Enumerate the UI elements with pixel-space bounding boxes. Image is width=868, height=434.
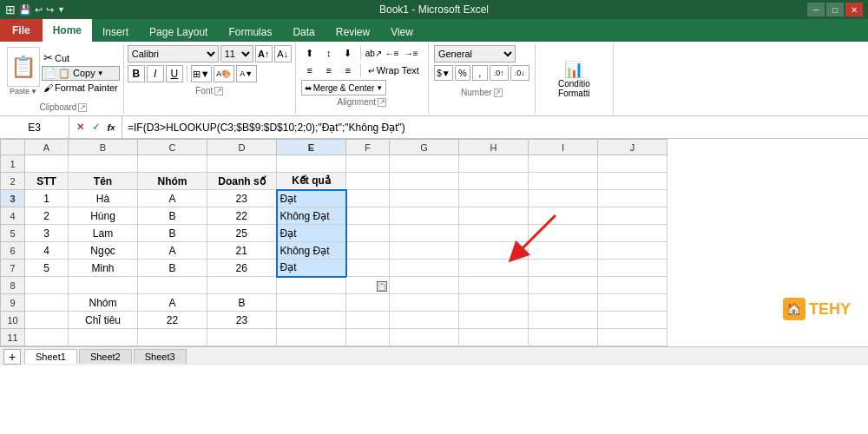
align-left-btn[interactable]: ≡ bbox=[301, 62, 319, 78]
align-right-btn[interactable]: ≡ bbox=[339, 62, 357, 78]
row-num-4[interactable]: 4 bbox=[1, 207, 25, 225]
cell-j2[interactable] bbox=[598, 173, 667, 190]
text-angle-btn[interactable]: ab↗ bbox=[365, 45, 382, 61]
align-bottom-btn[interactable]: ⬇ bbox=[339, 45, 357, 61]
cell-j7[interactable] bbox=[598, 260, 667, 277]
tab-file[interactable]: File bbox=[0, 19, 43, 42]
qat-redo[interactable]: ↪ bbox=[46, 4, 54, 16]
cut-button[interactable]: ✂Cut bbox=[42, 50, 120, 65]
cell-i5[interactable] bbox=[529, 225, 598, 242]
cell-f4[interactable] bbox=[346, 207, 390, 225]
cell-e3[interactable]: Đạt bbox=[277, 190, 346, 207]
name-box[interactable] bbox=[0, 116, 69, 138]
paste-button[interactable]: 📋 bbox=[7, 47, 40, 87]
cell-h10[interactable] bbox=[459, 312, 529, 329]
cell-c9[interactable]: A bbox=[138, 294, 207, 312]
cell-c3[interactable]: A bbox=[138, 190, 207, 207]
cell-g4[interactable] bbox=[390, 207, 459, 225]
cell-e11[interactable] bbox=[277, 329, 346, 346]
cell-i3[interactable] bbox=[529, 190, 598, 207]
cell-e7[interactable]: Đạt bbox=[277, 260, 346, 277]
autofill-icon[interactable]: 📋 bbox=[377, 281, 387, 292]
formula-input[interactable] bbox=[122, 122, 868, 134]
cell-e10[interactable] bbox=[277, 312, 346, 329]
cell-d1[interactable] bbox=[207, 155, 277, 173]
row-num-10[interactable]: 10 bbox=[1, 312, 25, 329]
cell-h11[interactable] bbox=[459, 329, 529, 346]
cell-g7[interactable] bbox=[390, 260, 459, 277]
cell-f1[interactable] bbox=[346, 155, 390, 173]
cell-f11[interactable] bbox=[346, 329, 390, 346]
tab-formulas[interactable]: Formulas bbox=[218, 23, 282, 42]
indent-increase-btn[interactable]: →≡ bbox=[403, 45, 420, 61]
cell-i11[interactable] bbox=[529, 329, 598, 346]
cell-h3[interactable] bbox=[459, 190, 529, 207]
cell-h6[interactable] bbox=[459, 242, 529, 260]
cell-c1[interactable] bbox=[138, 155, 207, 173]
cell-d3[interactable]: 23 bbox=[207, 190, 277, 207]
cell-e2[interactable]: Kết quả bbox=[277, 173, 346, 190]
row-num-7[interactable]: 7 bbox=[1, 260, 25, 277]
cell-i2[interactable] bbox=[529, 173, 598, 190]
cell-a6[interactable]: 4 bbox=[25, 242, 69, 260]
cell-b6[interactable]: Ngọc bbox=[69, 242, 138, 260]
cell-g9[interactable] bbox=[390, 294, 459, 312]
comma-btn[interactable]: , bbox=[472, 65, 488, 81]
align-center-btn[interactable]: ≡ bbox=[320, 62, 338, 78]
cell-c11[interactable] bbox=[138, 329, 207, 346]
cell-i8[interactable] bbox=[529, 277, 598, 294]
col-header-j[interactable]: J bbox=[598, 140, 667, 155]
cell-e9[interactable] bbox=[277, 294, 346, 312]
cell-a10[interactable] bbox=[25, 312, 69, 329]
cell-i10[interactable] bbox=[529, 312, 598, 329]
cell-d10[interactable]: 23 bbox=[207, 312, 277, 329]
font-color-btn[interactable]: A▼ bbox=[236, 65, 257, 82]
cell-f6[interactable] bbox=[346, 242, 390, 260]
underline-btn[interactable]: U bbox=[166, 65, 183, 82]
close-btn[interactable]: ✕ bbox=[845, 3, 863, 16]
cell-h4[interactable] bbox=[459, 207, 529, 225]
cell-b9[interactable]: Nhóm bbox=[69, 294, 138, 312]
maximize-btn[interactable]: □ bbox=[826, 3, 844, 16]
row-num-5[interactable]: 5 bbox=[1, 225, 25, 242]
row-num-2[interactable]: 2 bbox=[1, 173, 25, 190]
cell-e1[interactable] bbox=[277, 155, 346, 173]
cell-i9[interactable] bbox=[529, 294, 598, 312]
cell-d6[interactable]: 21 bbox=[207, 242, 277, 260]
tab-data[interactable]: Data bbox=[282, 23, 325, 42]
col-header-h[interactable]: H bbox=[459, 140, 529, 155]
cell-g1[interactable] bbox=[390, 155, 459, 173]
cell-f3[interactable] bbox=[346, 190, 390, 207]
align-middle-btn[interactable]: ↕ bbox=[320, 45, 338, 61]
col-header-b[interactable]: B bbox=[69, 140, 138, 155]
col-header-a[interactable]: A bbox=[25, 140, 69, 155]
cell-j5[interactable] bbox=[598, 225, 667, 242]
decrease-font-btn[interactable]: A↓ bbox=[274, 45, 292, 62]
font-expand-icon[interactable]: ↗ bbox=[214, 87, 223, 95]
cell-j9[interactable] bbox=[598, 294, 667, 312]
confirm-formula-btn[interactable]: ✓ bbox=[89, 121, 102, 135]
row-num-11[interactable]: 11 bbox=[1, 329, 25, 346]
borders-btn[interactable]: ⊞▼ bbox=[191, 65, 212, 82]
cell-a5[interactable]: 3 bbox=[25, 225, 69, 242]
cell-f10[interactable] bbox=[346, 312, 390, 329]
cell-h2[interactable] bbox=[459, 173, 529, 190]
accounting-format-btn[interactable]: $▼ bbox=[434, 65, 453, 81]
cell-e4[interactable]: Không Đạt bbox=[277, 207, 346, 225]
cell-j1[interactable] bbox=[598, 155, 667, 173]
cell-a4[interactable]: 2 bbox=[25, 207, 69, 225]
cell-b2[interactable]: Tên bbox=[69, 173, 138, 190]
row-num-1[interactable]: 1 bbox=[1, 155, 25, 173]
cell-h7[interactable] bbox=[459, 260, 529, 277]
new-sheet-btn[interactable]: + bbox=[3, 349, 21, 365]
cell-e8[interactable] bbox=[277, 277, 346, 294]
cell-e5[interactable]: Đạt bbox=[277, 225, 346, 242]
fill-color-btn[interactable]: A🎨 bbox=[214, 65, 234, 82]
copy-button[interactable]: 📄📋 Copy▼ bbox=[42, 66, 120, 81]
cell-j6[interactable] bbox=[598, 242, 667, 260]
tab-review[interactable]: Review bbox=[326, 23, 380, 42]
cell-f7[interactable] bbox=[346, 260, 390, 277]
percent-btn[interactable]: % bbox=[455, 65, 470, 81]
cell-i6[interactable] bbox=[529, 242, 598, 260]
insert-function-btn[interactable]: fx bbox=[104, 121, 118, 135]
